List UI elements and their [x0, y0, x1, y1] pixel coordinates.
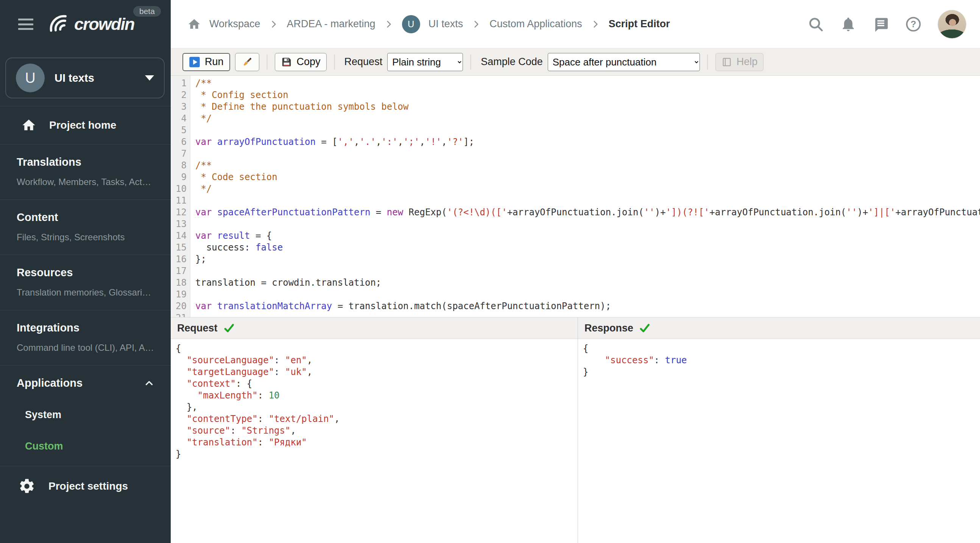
top-bar: Workspace ARDEA - marketing U UI texts C…: [171, 0, 980, 48]
code-line: {: [583, 343, 980, 354]
response-json: { "success": true}: [578, 339, 980, 543]
messages-icon[interactable]: [872, 16, 889, 33]
valid-check-icon: [639, 322, 651, 334]
line-number: 18: [171, 277, 187, 289]
play-icon: [189, 56, 200, 68]
script-editor[interactable]: 123456789101112131415161718192021 /** * …: [171, 76, 980, 317]
code-line: "success": true: [583, 354, 980, 366]
code-line: "targetLanguage": "uk",: [176, 366, 578, 378]
line-number: 9: [171, 171, 187, 183]
caret-down-icon: [145, 75, 154, 81]
sidebar-item-system[interactable]: System: [25, 409, 156, 421]
code-line: [195, 265, 980, 277]
sidebar-item-applications[interactable]: Applications: [17, 377, 156, 389]
code-line: * Config section: [195, 89, 980, 101]
help-icon[interactable]: ?: [905, 16, 922, 33]
code-line: "contentType": "text/plain",: [176, 413, 578, 425]
code-line: "context": {: [176, 378, 578, 390]
sample-code-select-label: Sample Code: [481, 56, 543, 68]
sidebar-item-custom[interactable]: Custom: [25, 440, 156, 452]
request-type-select[interactable]: Plain string: [387, 53, 463, 71]
valid-check-icon: [223, 322, 235, 334]
project-name: UI texts: [54, 72, 94, 84]
crowdin-logo-text: crowdin: [74, 14, 134, 34]
response-panel-header: Response: [578, 318, 980, 339]
section-subtitle: Workflow, Members, Tasks, Act…: [17, 177, 156, 187]
code-line: "sourceLanguage": "en",: [176, 354, 578, 366]
section-title: Translations: [17, 156, 156, 168]
code-line: var result = {: [195, 230, 980, 242]
topbar-actions: ?: [807, 10, 966, 39]
line-number: 7: [171, 148, 187, 160]
line-number: 5: [171, 124, 187, 136]
toolbar-separator: [267, 54, 267, 70]
editor-gutter: 123456789101112131415161718192021: [171, 76, 190, 317]
line-number: 21: [171, 312, 187, 317]
section-subtitle: Translation memories, Glossari…: [17, 287, 156, 298]
svg-text:?: ?: [911, 19, 916, 29]
line-number: 1: [171, 78, 187, 89]
breadcrumb-custom-applications[interactable]: Custom Applications: [490, 18, 582, 30]
hamburger-menu-icon[interactable]: [18, 19, 33, 30]
chevron-right-icon: [384, 19, 394, 29]
section-title: Applications: [17, 377, 83, 389]
sidebar-item-project-home[interactable]: Project home: [0, 106, 171, 144]
sidebar-item-translations[interactable]: Translations Workflow, Members, Tasks, A…: [0, 144, 171, 199]
user-avatar[interactable]: [938, 10, 966, 39]
line-number: 19: [171, 289, 187, 300]
chevron-right-icon: [269, 19, 278, 29]
sidebar: crowdin beta U UI texts Project home Tra…: [0, 0, 171, 543]
sidebar-item-project-settings[interactable]: Project settings: [0, 466, 171, 506]
format-brush-button[interactable]: [235, 53, 259, 71]
gear-icon: [18, 478, 36, 495]
request-json[interactable]: { "sourceLanguage": "en", "targetLanguag…: [171, 339, 578, 543]
line-number: 2: [171, 89, 187, 101]
code-line: var spaceAfterPunctuationPattern = new R…: [195, 206, 980, 218]
sidebar-item-resources[interactable]: Resources Translation memories, Glossari…: [0, 255, 171, 310]
run-button-label: Run: [205, 56, 224, 68]
code-line: var arrayOfPunctuation = [',','.',':',';…: [195, 136, 980, 148]
copy-button[interactable]: Copy: [275, 53, 327, 71]
io-panels: Request { "sourceLanguage": "en", "targe…: [171, 317, 980, 543]
code-line: [195, 124, 980, 136]
code-line: "source": "Strings",: [176, 425, 578, 437]
help-button-label: Help: [737, 56, 758, 68]
breadcrumb-project-group[interactable]: ARDEA - marketing: [287, 18, 375, 30]
editor-code[interactable]: /** * Config section * Define the punctu…: [190, 76, 980, 317]
run-button[interactable]: Run: [183, 53, 230, 71]
toolbar-separator: [471, 54, 471, 70]
chevron-up-icon: [144, 378, 154, 388]
crowdin-logo[interactable]: crowdin: [48, 13, 134, 36]
save-floppy-icon: [281, 56, 292, 68]
code-line: */: [195, 183, 980, 195]
help-button[interactable]: Help: [716, 53, 764, 71]
home-icon[interactable]: [188, 17, 201, 31]
code-line: "maxLength": 10: [176, 390, 578, 402]
sidebar-item-integrations[interactable]: Integrations Command line tool (CLI), AP…: [0, 310, 171, 365]
line-number: 12: [171, 206, 187, 218]
line-number: 16: [171, 254, 187, 265]
breadcrumb-project[interactable]: UI texts: [428, 18, 463, 30]
line-number: 4: [171, 113, 187, 124]
breadcrumb-script-editor: Script Editor: [609, 18, 670, 30]
sidebar-item-label: Project home: [49, 119, 116, 131]
notifications-bell-icon[interactable]: [840, 16, 857, 33]
line-number: 17: [171, 265, 187, 277]
code-line: [195, 289, 980, 300]
sample-code-select[interactable]: Space after punctuation: [548, 53, 700, 71]
brush-icon: [241, 56, 253, 68]
section-subtitle: Files, Strings, Screenshots: [17, 232, 156, 243]
response-panel: Response { "success": true}: [578, 318, 980, 543]
line-number: 20: [171, 300, 187, 312]
project-selector[interactable]: U UI texts: [5, 57, 165, 98]
sidebar-item-content[interactable]: Content Files, Strings, Screenshots: [0, 200, 171, 255]
search-icon[interactable]: [807, 16, 824, 33]
crowdin-logo-icon: [48, 13, 70, 36]
home-icon: [21, 117, 37, 133]
line-number: 11: [171, 195, 187, 206]
request-panel-header: Request: [171, 318, 578, 339]
breadcrumb-workspace[interactable]: Workspace: [209, 18, 261, 30]
code-line: /**: [195, 160, 980, 171]
code-line: {: [176, 343, 578, 354]
request-panel-title: Request: [177, 322, 218, 334]
